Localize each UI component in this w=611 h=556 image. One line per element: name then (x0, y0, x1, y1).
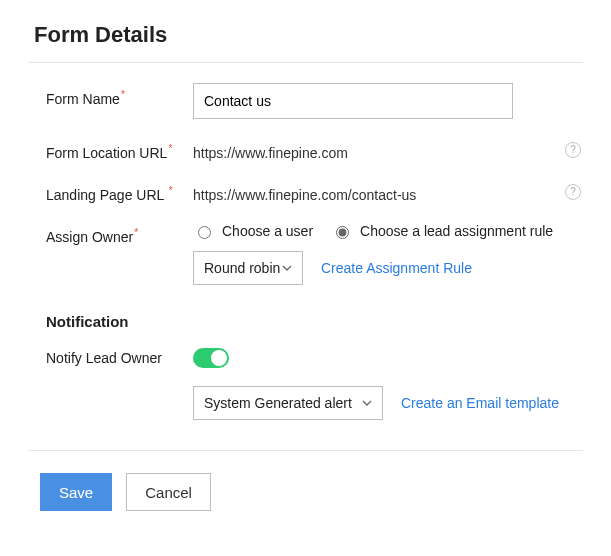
required-mark: * (169, 185, 173, 196)
help-icon[interactable]: ? (565, 184, 581, 200)
choose-rule-radio[interactable]: Choose a lead assignment rule (331, 223, 553, 239)
choose-user-radio-input[interactable] (198, 226, 211, 239)
alert-select-value: System Generated alert (204, 395, 352, 411)
cancel-button[interactable]: Cancel (126, 473, 211, 511)
page-title: Form Details (34, 22, 583, 48)
notify-owner-toggle[interactable] (193, 348, 229, 368)
footer-buttons: Save Cancel (28, 473, 583, 511)
notification-heading: Notification (46, 313, 583, 330)
alert-row: System Generated alert Create an Email t… (28, 380, 583, 420)
landing-page-value: https://www.finepine.com/contact-us (193, 181, 416, 203)
landing-page-label-wrap: Landing Page URL * (28, 179, 193, 203)
form-name-label: Form Name (46, 91, 120, 107)
landing-page-field: https://www.finepine.com/contact-us ? (193, 179, 583, 203)
choose-rule-radio-label: Choose a lead assignment rule (360, 223, 553, 239)
form-name-field (193, 83, 583, 119)
landing-page-label: Landing Page URL (46, 187, 164, 203)
toggle-knob (211, 350, 227, 366)
divider (28, 62, 583, 63)
form-name-row: Form Name* (28, 83, 583, 119)
notify-owner-row: Notify Lead Owner (28, 344, 583, 368)
form-location-value: https://www.finepine.com (193, 139, 348, 161)
save-button[interactable]: Save (40, 473, 112, 511)
required-mark: * (168, 143, 172, 154)
create-assignment-rule-link[interactable]: Create Assignment Rule (321, 260, 472, 276)
landing-page-row: Landing Page URL * https://www.finepine.… (28, 179, 583, 203)
form-name-input[interactable] (193, 83, 513, 119)
form-name-label-wrap: Form Name* (28, 83, 193, 107)
choose-user-radio-label: Choose a user (222, 223, 313, 239)
notify-owner-label: Notify Lead Owner (46, 350, 162, 366)
help-icon[interactable]: ? (565, 142, 581, 158)
assign-owner-field: Choose a user Choose a lead assignment r… (193, 221, 583, 285)
create-email-template-link[interactable]: Create an Email template (401, 395, 559, 411)
assign-rule-subrow: Round robin Create Assignment Rule (193, 251, 583, 285)
required-mark: * (121, 89, 125, 100)
form-location-row: Form Location URL* https://www.finepine.… (28, 137, 583, 161)
footer-divider (28, 450, 583, 451)
assignment-rule-select-value: Round robin (204, 260, 280, 276)
required-mark: * (134, 227, 138, 238)
chevron-down-icon (362, 400, 372, 406)
form-location-label: Form Location URL (46, 145, 167, 161)
assignment-rule-select[interactable]: Round robin (193, 251, 303, 285)
choose-rule-radio-input[interactable] (336, 226, 349, 239)
form-location-field: https://www.finepine.com ? (193, 137, 583, 161)
choose-user-radio[interactable]: Choose a user (193, 223, 313, 239)
form-details-page: Form Details Form Name* Form Location UR… (0, 0, 611, 539)
form-location-label-wrap: Form Location URL* (28, 137, 193, 161)
assign-owner-row: Assign Owner* Choose a user Choose a lea… (28, 221, 583, 285)
assign-owner-label: Assign Owner (46, 229, 133, 245)
alert-field: System Generated alert Create an Email t… (193, 380, 583, 420)
notify-owner-field (193, 344, 583, 368)
assign-owner-label-wrap: Assign Owner* (28, 221, 193, 245)
notify-owner-label-wrap: Notify Lead Owner (28, 344, 193, 366)
chevron-down-icon (282, 265, 292, 271)
alert-select[interactable]: System Generated alert (193, 386, 383, 420)
assign-owner-radios: Choose a user Choose a lead assignment r… (193, 221, 583, 239)
alert-label-spacer (28, 380, 193, 386)
alert-subrow: System Generated alert Create an Email t… (193, 386, 583, 420)
